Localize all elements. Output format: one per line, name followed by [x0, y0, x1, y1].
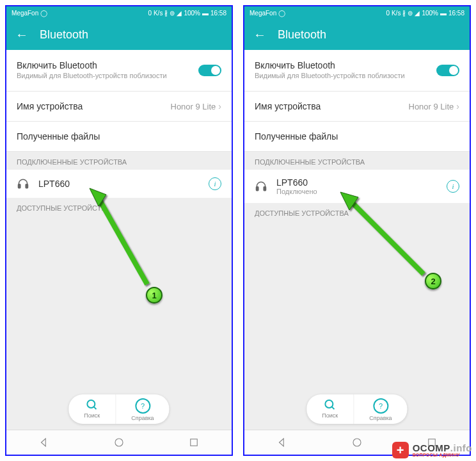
battery-icon: ▬: [202, 10, 209, 17]
search-icon: [86, 398, 99, 411]
device-name-value: Honor 9 Lite: [171, 102, 216, 111]
enable-bluetooth-label: Включить Bluetooth: [255, 60, 436, 70]
device-name-label: Имя устройства: [17, 101, 171, 111]
nav-home-icon[interactable]: [113, 437, 125, 448]
chevron-right-icon: ›: [456, 101, 459, 111]
svg-rect-6: [257, 187, 258, 191]
help-button[interactable]: ? Справка: [115, 394, 169, 424]
watermark: + OCOMP.info ВОПРОСЫ АДМИНУ: [392, 442, 472, 458]
svg-point-10: [353, 439, 361, 446]
bluetooth-toggle[interactable]: [436, 65, 459, 76]
nav-home-icon[interactable]: [351, 437, 363, 448]
content-area: Включить Bluetooth Видимый для Bluetooth…: [244, 50, 470, 455]
watermark-tagline: ВОПРОСЫ АДМИНУ: [413, 453, 472, 457]
bluetooth-icon: ∦: [402, 10, 406, 17]
app-header: ← Bluetooth: [244, 19, 470, 50]
bottom-actions: Поиск ? Справка: [306, 394, 407, 424]
device-name-label: Имя устройства: [255, 101, 409, 111]
bottom-actions: Поиск ? Справка: [68, 394, 169, 424]
svg-rect-7: [264, 187, 266, 191]
connected-devices-header: ПОДКЛЮЧЕННЫЕ УСТРОЙСТВА: [6, 152, 232, 170]
nav-back-icon[interactable]: [276, 437, 288, 448]
back-arrow-icon[interactable]: ←: [253, 28, 266, 41]
nav-recent-icon[interactable]: [188, 437, 200, 448]
status-bar: MegaFon ◯ 0 K/s ∦ ⊚ ◢ 100% ▬ 16:58: [244, 6, 470, 19]
svg-rect-5: [191, 439, 198, 446]
wifi-icon: ⊚: [408, 10, 413, 17]
device-name: LPT660: [276, 177, 438, 188]
enable-bluetooth-row[interactable]: Включить Bluetooth Видимый для Bluetooth…: [6, 50, 232, 92]
annotation-badge-1: 1: [146, 287, 163, 303]
help-label: Справка: [131, 415, 154, 421]
carrier-icon: ◯: [40, 10, 47, 17]
content-area: Включить Bluetooth Видимый для Bluetooth…: [6, 50, 232, 455]
enable-bluetooth-sub: Видимый для Bluetooth-устройств поблизос…: [17, 72, 198, 80]
headphones-icon: [17, 177, 29, 190]
speed-label: 0 K/s: [148, 10, 163, 17]
carrier-icon: ◯: [278, 10, 285, 17]
app-header: ← Bluetooth: [6, 19, 232, 50]
page-title: Bluetooth: [40, 28, 88, 42]
chevron-right-icon: ›: [218, 101, 221, 111]
system-navbar: [6, 430, 232, 455]
search-button[interactable]: Поиск: [306, 394, 353, 424]
speed-label: 0 K/s: [386, 10, 401, 17]
watermark-brand: OCOMP: [413, 442, 450, 453]
help-button[interactable]: ? Справка: [353, 394, 407, 424]
available-devices-header: ДОСТУПНЫЕ УСТРОЙСТВА: [244, 203, 470, 221]
received-files-row[interactable]: Полученные файлы: [244, 122, 470, 152]
time-label: 16:58: [210, 10, 226, 17]
help-label: Справка: [369, 415, 392, 421]
device-name: LPT660: [38, 179, 200, 189]
watermark-plus-icon: +: [392, 442, 409, 458]
enable-bluetooth-row[interactable]: Включить Bluetooth Видимый для Bluetooth…: [244, 50, 470, 92]
help-icon: ?: [373, 398, 388, 414]
enable-bluetooth-label: Включить Bluetooth: [17, 60, 198, 70]
signal-icon: ◢: [177, 10, 182, 17]
search-button[interactable]: Поиск: [68, 394, 115, 424]
annotation-badge-2: 2: [425, 273, 441, 289]
time-label: 16:58: [448, 10, 464, 17]
search-label: Поиск: [84, 412, 100, 419]
phone-screenshot-2: MegaFon ◯ 0 K/s ∦ ⊚ ◢ 100% ▬ 16:58 ← Blu…: [243, 5, 471, 456]
bluetooth-icon: ∦: [164, 10, 168, 17]
watermark-suffix: .info: [450, 442, 472, 453]
help-icon: ?: [135, 398, 150, 414]
battery-label: 100%: [184, 10, 200, 17]
device-name-row[interactable]: Имя устройства Honor 9 Lite ›: [244, 92, 470, 122]
headphones-icon: [255, 180, 267, 193]
device-name-row[interactable]: Имя устройства Honor 9 Lite ›: [6, 92, 232, 122]
info-icon[interactable]: i: [447, 180, 459, 193]
carrier-label: MegaFon: [12, 10, 38, 17]
phone-screenshot-1: MegaFon ◯ 0 K/s ∦ ⊚ ◢ 100% ▬ 16:58 ← Blu…: [5, 5, 233, 456]
received-files-row[interactable]: Полученные файлы: [6, 122, 232, 152]
battery-icon: ▬: [440, 10, 447, 17]
received-files-label: Полученные файлы: [255, 131, 459, 142]
received-files-label: Полученные файлы: [17, 131, 221, 142]
device-status: Подключено: [276, 188, 438, 195]
search-label: Поиск: [322, 412, 338, 419]
enable-bluetooth-sub: Видимый для Bluetooth-устройств поблизос…: [255, 72, 436, 80]
carrier-label: MegaFon: [250, 10, 276, 17]
svg-point-4: [115, 439, 123, 446]
page-title: Bluetooth: [278, 28, 326, 42]
available-devices-header: ДОСТУПНЫЕ УСТРОЙСТВ: [6, 198, 232, 216]
svg-rect-0: [19, 184, 20, 188]
battery-label: 100%: [422, 10, 438, 17]
wifi-icon: ⊚: [170, 10, 175, 17]
nav-back-icon[interactable]: [38, 437, 50, 448]
bluetooth-toggle[interactable]: [198, 65, 221, 76]
connected-device-row[interactable]: LPT660 Подключено i: [244, 170, 470, 203]
signal-icon: ◢: [415, 10, 420, 17]
connected-devices-header: ПОДКЛЮЧЕННЫЕ УСТРОЙСТВА: [244, 152, 470, 170]
search-icon: [324, 398, 337, 411]
connected-device-row[interactable]: LPT660 i: [6, 170, 232, 198]
status-bar: MegaFon ◯ 0 K/s ∦ ⊚ ◢ 100% ▬ 16:58: [6, 6, 232, 19]
info-icon[interactable]: i: [209, 177, 221, 190]
device-name-value: Honor 9 Lite: [409, 102, 454, 111]
back-arrow-icon[interactable]: ←: [15, 28, 28, 41]
svg-rect-1: [26, 184, 28, 188]
